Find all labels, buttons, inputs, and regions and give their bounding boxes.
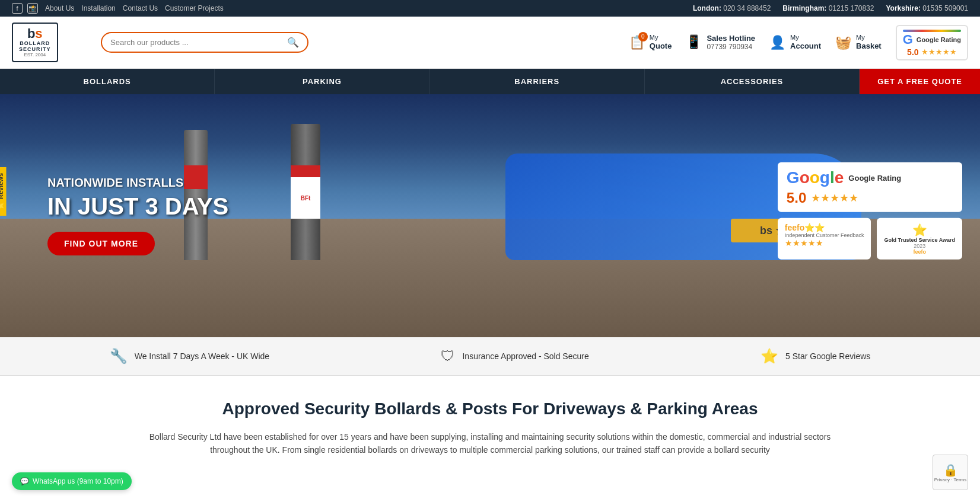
whatsapp-icon: 💬 — [20, 477, 29, 481]
customer-projects-link[interactable]: Customer Projects — [165, 4, 224, 12]
search-box: 🔍 — [101, 32, 308, 53]
google-g-icon: G — [903, 32, 913, 47]
google-rating-label: Google Rating — [917, 36, 961, 43]
recaptcha-widget: 🔒 Privacy · Terms — [933, 455, 968, 481]
feefo-card: feefo⭐⭐ Independent Customer Feedback ★★… — [778, 218, 871, 260]
reviews-sidebar[interactable]: ⭐ Reviews — [0, 167, 7, 216]
header-actions: 📋 0 My Quote 📱 Sales Hotline 07739 79093… — [629, 25, 968, 60]
feature-insurance-text: Insurance Approved - Sold Secure — [462, 351, 588, 361]
nav-quote-button[interactable]: GET A FREE QUOTE — [860, 69, 980, 94]
facebook-icon[interactable]: f — [12, 3, 23, 14]
hero-section: bs ★ ⭐ Reviews NATIONWIDE INSTALLS IN JU… — [0, 94, 980, 337]
page-body: Bollard Security Ltd have been establish… — [146, 430, 834, 457]
feefo-logo: feefo⭐⭐ — [785, 223, 864, 232]
google-rating-card: Google Google Rating 5.0 ★★★★★ — [778, 162, 962, 212]
contact-us-link[interactable]: Contact Us — [123, 4, 158, 12]
london-phone: London: 020 34 888452 — [693, 4, 771, 12]
google-card-stars: ★★★★★ — [811, 191, 858, 204]
yorkshire-phone: Yorkshire: 01535 509001 — [886, 4, 968, 12]
basket-icon: 🧺 — [835, 35, 851, 50]
feefo-stars: ★★★★★ — [785, 238, 864, 248]
nav-barriers[interactable]: BARRIERS — [430, 69, 645, 94]
search-icon[interactable]: 🔍 — [287, 37, 299, 48]
page-content: Approved Security Bollards & Posts For D… — [134, 376, 846, 481]
recaptcha-label: Privacy · Terms — [934, 477, 967, 481]
google-card-icon: Google — [787, 168, 844, 187]
google-card-score-row: 5.0 ★★★★★ — [787, 190, 953, 206]
logo-area[interactable]: bs BOLLARD SECURITY EST. 2004 — [12, 23, 89, 62]
gold-year: 2023 — [884, 243, 955, 249]
feature-install: 🔧 We Install 7 Days A Week - UK Wide — [110, 348, 269, 364]
gold-feefo: feefo — [884, 249, 955, 255]
logo-bs: bs — [27, 27, 43, 40]
google-score-row: 5.0 ★★★★★ — [907, 47, 956, 57]
installation-link[interactable]: Installation — [81, 4, 115, 12]
google-score: 5.0 — [907, 47, 918, 57]
nav-parking[interactable]: PARKING — [215, 69, 429, 94]
feature-insurance: 🛡 Insurance Approved - Sold Secure — [441, 348, 588, 364]
rating-cards-row: feefo⭐⭐ Independent Customer Feedback ★★… — [778, 218, 962, 260]
social-icons: f 📸 — [12, 3, 38, 14]
logo-box: bs BOLLARD SECURITY EST. 2004 — [12, 23, 58, 62]
google-card-score: 5.0 — [787, 190, 806, 206]
feefo-sidebar-icon: ⭐ — [0, 202, 4, 210]
quote-icon: 📋 0 — [629, 35, 645, 50]
google-rating-top: G Google Rating — [903, 32, 961, 47]
nav-bollards[interactable]: BOLLARDS — [0, 69, 215, 94]
instagram-icon[interactable]: 📸 — [27, 3, 38, 14]
quote-badge: 0 — [638, 32, 648, 41]
account-text: My Account — [790, 34, 821, 51]
feature-reviews: ⭐ 5 Star Google Reviews — [761, 348, 870, 364]
google-stars: ★★★★★ — [921, 47, 957, 56]
logo-sub: SECURITY — [19, 46, 51, 52]
google-card-title: Google Rating — [848, 173, 901, 182]
page-title: Approved Security Bollards & Posts For D… — [146, 399, 834, 418]
search-input[interactable] — [110, 38, 282, 47]
quote-text: My Quote — [650, 34, 672, 51]
my-account-action[interactable]: 👤 My Account — [769, 34, 821, 51]
hero-subtitle: NATIONWIDE INSTALLS — [47, 176, 228, 190]
top-bar: f 📸 About Us Installation Contact Us Cus… — [0, 0, 980, 17]
phone-icon: 📱 — [686, 34, 702, 50]
logo-name: BOLLARD — [20, 40, 50, 46]
shield-icon: 🛡 — [441, 348, 455, 364]
birmingham-phone: Birmingham: 01215 170832 — [782, 4, 874, 12]
nav-accessories[interactable]: ACCESSORIES — [645, 69, 860, 94]
hero-title: IN JUST 3 DAYS — [47, 193, 228, 220]
sales-hotline-action[interactable]: 📱 Sales Hotline 07739 790934 — [686, 34, 755, 52]
gold-star-icon: ⭐ — [884, 223, 955, 237]
reviews-label: Reviews — [0, 173, 4, 199]
star-icon: ⭐ — [761, 348, 778, 364]
hero-content: NATIONWIDE INSTALLS IN JUST 3 DAYS FIND … — [47, 176, 228, 255]
wrench-icon: 🔧 — [110, 348, 128, 364]
basket-text: My Basket — [856, 34, 882, 51]
google-rating: G Google Rating 5.0 ★★★★★ — [896, 25, 968, 60]
features-bar: 🔧 We Install 7 Days A Week - UK Wide 🛡 I… — [0, 337, 980, 376]
gold-text: Gold Trusted Service Award — [884, 237, 955, 243]
my-quote-action[interactable]: 📋 0 My Quote — [629, 34, 672, 51]
recaptcha-icon: 🔒 — [943, 463, 958, 477]
feefo-sub: Independent Customer Feedback — [785, 232, 864, 238]
header: bs BOLLARD SECURITY EST. 2004 🔍 📋 0 My Q… — [0, 17, 980, 69]
hero-cta-button[interactable]: FIND OUT MORE — [47, 232, 155, 255]
sales-text: Sales Hotline 07739 790934 — [707, 34, 755, 52]
google-card-top: Google Google Rating — [787, 168, 953, 187]
my-basket-action[interactable]: 🧺 My Basket — [835, 34, 882, 51]
gold-card: ⭐ Gold Trusted Service Award 2023 feefo — [877, 218, 962, 260]
main-nav: BOLLARDS PARKING BARRIERS ACCESSORIES GE… — [0, 69, 980, 94]
feature-reviews-text: 5 Star Google Reviews — [785, 351, 870, 361]
top-bar-right: London: 020 34 888452 Birmingham: 01215 … — [693, 4, 968, 12]
account-icon: 👤 — [769, 35, 785, 50]
whatsapp-button[interactable]: 💬 WhatsApp us (9am to 10pm) — [12, 472, 132, 481]
logo-est: EST. 2004 — [24, 52, 46, 57]
top-bar-left: f 📸 About Us Installation Contact Us Cus… — [12, 3, 224, 14]
hero-ratings: Google Google Rating 5.0 ★★★★★ feefo⭐⭐ I… — [778, 162, 962, 260]
feature-install-text: We Install 7 Days A Week - UK Wide — [135, 351, 269, 361]
search-area: 🔍 — [101, 32, 308, 53]
bollard-2 — [291, 124, 320, 260]
about-us-link[interactable]: About Us — [45, 4, 74, 12]
whatsapp-label: WhatsApp us (9am to 10pm) — [33, 477, 123, 481]
